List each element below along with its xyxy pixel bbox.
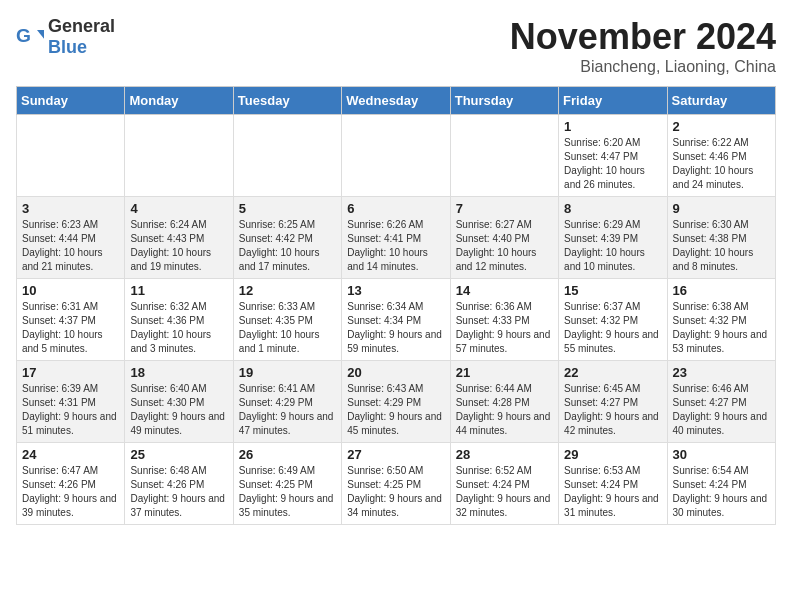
day-info: Sunrise: 6:27 AM Sunset: 4:40 PM Dayligh… xyxy=(456,218,553,274)
weekday-header-cell: Saturday xyxy=(667,87,775,115)
day-number: 5 xyxy=(239,201,336,216)
title-area: November 2024 Biancheng, Liaoning, China xyxy=(510,16,776,76)
day-number: 9 xyxy=(673,201,770,216)
calendar-day-cell: 22Sunrise: 6:45 AM Sunset: 4:27 PM Dayli… xyxy=(559,361,667,443)
logo-general-text: General xyxy=(48,16,115,36)
day-info: Sunrise: 6:41 AM Sunset: 4:29 PM Dayligh… xyxy=(239,382,336,438)
day-number: 30 xyxy=(673,447,770,462)
day-number: 7 xyxy=(456,201,553,216)
calendar-week-row: 1Sunrise: 6:20 AM Sunset: 4:47 PM Daylig… xyxy=(17,115,776,197)
calendar-day-cell: 9Sunrise: 6:30 AM Sunset: 4:38 PM Daylig… xyxy=(667,197,775,279)
day-number: 21 xyxy=(456,365,553,380)
day-number: 25 xyxy=(130,447,227,462)
day-info: Sunrise: 6:48 AM Sunset: 4:26 PM Dayligh… xyxy=(130,464,227,520)
day-number: 8 xyxy=(564,201,661,216)
calendar-day-cell: 17Sunrise: 6:39 AM Sunset: 4:31 PM Dayli… xyxy=(17,361,125,443)
calendar-day-cell: 20Sunrise: 6:43 AM Sunset: 4:29 PM Dayli… xyxy=(342,361,450,443)
day-info: Sunrise: 6:30 AM Sunset: 4:38 PM Dayligh… xyxy=(673,218,770,274)
calendar-week-row: 3Sunrise: 6:23 AM Sunset: 4:44 PM Daylig… xyxy=(17,197,776,279)
calendar-day-cell: 18Sunrise: 6:40 AM Sunset: 4:30 PM Dayli… xyxy=(125,361,233,443)
day-info: Sunrise: 6:31 AM Sunset: 4:37 PM Dayligh… xyxy=(22,300,119,356)
calendar-day-cell xyxy=(17,115,125,197)
day-number: 4 xyxy=(130,201,227,216)
calendar-day-cell: 1Sunrise: 6:20 AM Sunset: 4:47 PM Daylig… xyxy=(559,115,667,197)
logo-blue-text: Blue xyxy=(48,37,87,57)
calendar-day-cell: 7Sunrise: 6:27 AM Sunset: 4:40 PM Daylig… xyxy=(450,197,558,279)
calendar-body: 1Sunrise: 6:20 AM Sunset: 4:47 PM Daylig… xyxy=(17,115,776,525)
day-info: Sunrise: 6:54 AM Sunset: 4:24 PM Dayligh… xyxy=(673,464,770,520)
calendar-day-cell: 11Sunrise: 6:32 AM Sunset: 4:36 PM Dayli… xyxy=(125,279,233,361)
calendar-day-cell xyxy=(342,115,450,197)
calendar-day-cell: 24Sunrise: 6:47 AM Sunset: 4:26 PM Dayli… xyxy=(17,443,125,525)
day-number: 18 xyxy=(130,365,227,380)
day-info: Sunrise: 6:22 AM Sunset: 4:46 PM Dayligh… xyxy=(673,136,770,192)
day-number: 14 xyxy=(456,283,553,298)
weekday-header-cell: Wednesday xyxy=(342,87,450,115)
day-info: Sunrise: 6:46 AM Sunset: 4:27 PM Dayligh… xyxy=(673,382,770,438)
svg-marker-1 xyxy=(37,30,44,39)
day-info: Sunrise: 6:26 AM Sunset: 4:41 PM Dayligh… xyxy=(347,218,444,274)
day-info: Sunrise: 6:20 AM Sunset: 4:47 PM Dayligh… xyxy=(564,136,661,192)
day-info: Sunrise: 6:32 AM Sunset: 4:36 PM Dayligh… xyxy=(130,300,227,356)
day-info: Sunrise: 6:50 AM Sunset: 4:25 PM Dayligh… xyxy=(347,464,444,520)
day-number: 10 xyxy=(22,283,119,298)
weekday-header-cell: Monday xyxy=(125,87,233,115)
weekday-header-cell: Thursday xyxy=(450,87,558,115)
calendar-day-cell: 29Sunrise: 6:53 AM Sunset: 4:24 PM Dayli… xyxy=(559,443,667,525)
day-info: Sunrise: 6:44 AM Sunset: 4:28 PM Dayligh… xyxy=(456,382,553,438)
day-number: 19 xyxy=(239,365,336,380)
day-number: 17 xyxy=(22,365,119,380)
day-number: 15 xyxy=(564,283,661,298)
calendar-week-row: 24Sunrise: 6:47 AM Sunset: 4:26 PM Dayli… xyxy=(17,443,776,525)
calendar-day-cell: 6Sunrise: 6:26 AM Sunset: 4:41 PM Daylig… xyxy=(342,197,450,279)
day-info: Sunrise: 6:29 AM Sunset: 4:39 PM Dayligh… xyxy=(564,218,661,274)
day-info: Sunrise: 6:45 AM Sunset: 4:27 PM Dayligh… xyxy=(564,382,661,438)
calendar-day-cell: 19Sunrise: 6:41 AM Sunset: 4:29 PM Dayli… xyxy=(233,361,341,443)
day-info: Sunrise: 6:33 AM Sunset: 4:35 PM Dayligh… xyxy=(239,300,336,356)
day-number: 20 xyxy=(347,365,444,380)
calendar-day-cell: 27Sunrise: 6:50 AM Sunset: 4:25 PM Dayli… xyxy=(342,443,450,525)
calendar-day-cell: 25Sunrise: 6:48 AM Sunset: 4:26 PM Dayli… xyxy=(125,443,233,525)
calendar-week-row: 10Sunrise: 6:31 AM Sunset: 4:37 PM Dayli… xyxy=(17,279,776,361)
calendar-day-cell xyxy=(233,115,341,197)
calendar-day-cell: 3Sunrise: 6:23 AM Sunset: 4:44 PM Daylig… xyxy=(17,197,125,279)
day-info: Sunrise: 6:37 AM Sunset: 4:32 PM Dayligh… xyxy=(564,300,661,356)
calendar-day-cell xyxy=(450,115,558,197)
day-number: 24 xyxy=(22,447,119,462)
calendar-day-cell: 10Sunrise: 6:31 AM Sunset: 4:37 PM Dayli… xyxy=(17,279,125,361)
weekday-header-cell: Friday xyxy=(559,87,667,115)
day-info: Sunrise: 6:52 AM Sunset: 4:24 PM Dayligh… xyxy=(456,464,553,520)
day-info: Sunrise: 6:23 AM Sunset: 4:44 PM Dayligh… xyxy=(22,218,119,274)
header: G General Blue November 2024 Biancheng, … xyxy=(16,16,776,76)
calendar-day-cell: 26Sunrise: 6:49 AM Sunset: 4:25 PM Dayli… xyxy=(233,443,341,525)
day-number: 16 xyxy=(673,283,770,298)
calendar-day-cell: 5Sunrise: 6:25 AM Sunset: 4:42 PM Daylig… xyxy=(233,197,341,279)
calendar-day-cell: 13Sunrise: 6:34 AM Sunset: 4:34 PM Dayli… xyxy=(342,279,450,361)
month-year-title: November 2024 xyxy=(510,16,776,58)
day-number: 26 xyxy=(239,447,336,462)
day-number: 29 xyxy=(564,447,661,462)
calendar-day-cell xyxy=(125,115,233,197)
weekday-header-cell: Tuesday xyxy=(233,87,341,115)
logo-icon: G xyxy=(16,23,44,51)
day-number: 2 xyxy=(673,119,770,134)
calendar-day-cell: 8Sunrise: 6:29 AM Sunset: 4:39 PM Daylig… xyxy=(559,197,667,279)
weekday-header-cell: Sunday xyxy=(17,87,125,115)
calendar-day-cell: 4Sunrise: 6:24 AM Sunset: 4:43 PM Daylig… xyxy=(125,197,233,279)
day-number: 28 xyxy=(456,447,553,462)
day-number: 13 xyxy=(347,283,444,298)
calendar-week-row: 17Sunrise: 6:39 AM Sunset: 4:31 PM Dayli… xyxy=(17,361,776,443)
calendar-day-cell: 28Sunrise: 6:52 AM Sunset: 4:24 PM Dayli… xyxy=(450,443,558,525)
day-number: 27 xyxy=(347,447,444,462)
day-info: Sunrise: 6:36 AM Sunset: 4:33 PM Dayligh… xyxy=(456,300,553,356)
logo: G General Blue xyxy=(16,16,115,58)
svg-text:G: G xyxy=(16,25,31,46)
day-info: Sunrise: 6:38 AM Sunset: 4:32 PM Dayligh… xyxy=(673,300,770,356)
location-subtitle: Biancheng, Liaoning, China xyxy=(510,58,776,76)
day-info: Sunrise: 6:40 AM Sunset: 4:30 PM Dayligh… xyxy=(130,382,227,438)
day-info: Sunrise: 6:49 AM Sunset: 4:25 PM Dayligh… xyxy=(239,464,336,520)
day-number: 12 xyxy=(239,283,336,298)
day-info: Sunrise: 6:34 AM Sunset: 4:34 PM Dayligh… xyxy=(347,300,444,356)
day-info: Sunrise: 6:24 AM Sunset: 4:43 PM Dayligh… xyxy=(130,218,227,274)
calendar-day-cell: 2Sunrise: 6:22 AM Sunset: 4:46 PM Daylig… xyxy=(667,115,775,197)
